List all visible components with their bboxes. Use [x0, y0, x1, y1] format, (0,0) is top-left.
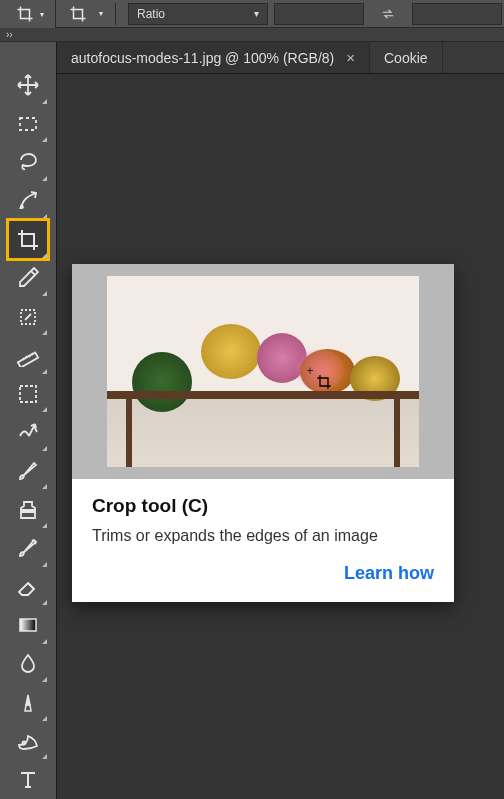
tooltip-body: Crop tool (C) Trims or expands the edges…: [72, 479, 454, 602]
learn-how-link[interactable]: Learn how: [92, 563, 434, 584]
svg-rect-4: [20, 386, 36, 402]
crop-preset-label: Ratio: [137, 7, 165, 21]
eyedropper-tool[interactable]: [8, 259, 48, 298]
tooltip-title: Crop tool (C): [92, 495, 434, 517]
eraser-tool[interactable]: [8, 568, 48, 607]
pen-tool[interactable]: [8, 722, 48, 761]
quick-selection-tool[interactable]: [8, 182, 48, 221]
tooltip-description: Trims or expands the edges of an image: [92, 527, 434, 545]
frame-tool[interactable]: [8, 375, 48, 414]
swap-dimensions-button[interactable]: [370, 3, 406, 25]
tab-label: autofocus-modes-11.jpg @ 100% (RGB/8): [71, 50, 334, 66]
chevron-down-icon[interactable]: ▾: [99, 9, 103, 18]
chevron-down-icon: ▾: [40, 10, 44, 19]
content-aware-move-tool[interactable]: [8, 413, 48, 452]
tool-preset-icon[interactable]: [65, 1, 91, 27]
rectangular-marquee-tool[interactable]: [8, 105, 48, 144]
divider: [115, 3, 116, 25]
document-tab[interactable]: Cookie: [370, 42, 443, 73]
brush-tool[interactable]: [8, 452, 48, 491]
spot-healing-brush-tool[interactable]: [8, 297, 48, 336]
tooltip-preview: ＋: [72, 264, 454, 479]
gradient-tool[interactable]: [8, 606, 48, 645]
home-indicator[interactable]: ▾: [0, 0, 56, 28]
dodge-tool[interactable]: [8, 683, 48, 722]
options-bar: ▾ ▾ Ratio ▾: [0, 0, 504, 28]
document-tab-active[interactable]: autofocus-modes-11.jpg @ 100% (RGB/8) ×: [57, 42, 370, 73]
lasso-tool[interactable]: [8, 143, 48, 182]
toolbox: [0, 42, 57, 799]
move-tool[interactable]: [8, 66, 48, 105]
history-brush-tool[interactable]: [8, 529, 48, 568]
crop-cursor-icon: ＋: [304, 362, 332, 390]
chevron-down-icon: ▾: [254, 8, 259, 19]
svg-point-1: [21, 206, 23, 208]
document-tab-bar: autofocus-modes-11.jpg @ 100% (RGB/8) × …: [0, 42, 504, 74]
double-chevron-right-icon: ››: [6, 29, 13, 40]
tooltip-preview-scene: ＋: [107, 276, 419, 467]
svg-rect-0: [20, 118, 36, 130]
tab-label: Cookie: [384, 50, 428, 66]
tool-tooltip-card: ＋ Crop tool (C) Trims or expands the edg…: [72, 264, 454, 602]
close-icon[interactable]: ×: [346, 49, 355, 66]
clone-stamp-tool[interactable]: [8, 490, 48, 529]
svg-rect-5: [20, 619, 36, 631]
svg-rect-3: [18, 353, 38, 368]
crop-width-input[interactable]: [274, 3, 364, 25]
type-tool[interactable]: [8, 760, 48, 799]
crop-preset-dropdown[interactable]: Ratio ▾: [128, 3, 268, 25]
crop-height-input[interactable]: [412, 3, 502, 25]
blur-tool[interactable]: [8, 645, 48, 684]
measure-tool[interactable]: [8, 336, 48, 375]
collapse-handle[interactable]: ››: [0, 28, 504, 42]
crop-icon: [12, 1, 38, 27]
crop-tool[interactable]: [8, 220, 48, 259]
